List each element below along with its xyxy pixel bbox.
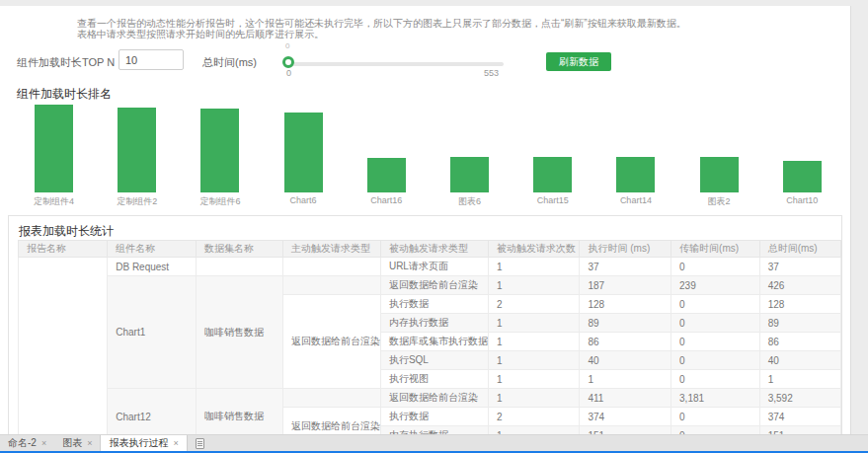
chart-bar-label: 定制组件6 <box>176 195 265 208</box>
table-cell: 咖啡销售数据 <box>197 276 283 389</box>
document-tab[interactable]: 报表执行过程× <box>100 435 187 451</box>
close-tab-icon[interactable]: × <box>173 438 178 448</box>
table-header-row: 报告名称组件名称数据集名称主动触发请求类型被动触发请求类型被动触发请求次数执行时… <box>19 241 841 258</box>
chart-bar <box>533 157 572 192</box>
document-tab-label: 命名-2 <box>8 436 37 450</box>
table-cell: 1 <box>488 258 580 276</box>
chart-bar <box>450 157 489 192</box>
table-cell: 0 <box>671 408 760 426</box>
table-title: 报表加载时长统计 <box>19 223 114 240</box>
chart-bar <box>200 109 239 192</box>
table-cell: 咖啡销售数据 <box>197 389 283 438</box>
table-cell <box>282 276 380 295</box>
table-cell: 3,592 <box>759 389 840 408</box>
table-cell: 数据库或集市执行数据 <box>380 333 488 351</box>
table-cell: 411 <box>580 389 671 408</box>
table-cell: 1 <box>488 276 580 295</box>
load-time-stats-panel: 报表加载时长统计 报告名称组件名称数据集名称主动触发请求类型被动触发请求类型被动… <box>8 215 842 437</box>
component-load-time-bar-chart: 定制组件4定制组件2定制组件6Chart6Chart16图表6Chart15Ch… <box>0 6 851 213</box>
table-cell: 2 <box>488 408 580 426</box>
chart-bar-label: 图表2 <box>674 195 763 208</box>
load-time-stats-table: 报告名称组件名称数据集名称主动触发请求类型被动触发请求类型被动触发请求次数执行时… <box>18 240 841 437</box>
table-cell: 1 <box>488 389 580 408</box>
new-report-icon[interactable] <box>196 438 204 449</box>
table-cell: 0 <box>671 370 760 389</box>
table-cell: 40 <box>580 351 671 370</box>
table-cell: 89 <box>580 314 671 333</box>
chart-bar <box>284 113 323 192</box>
document-tab[interactable]: 命名-2× <box>0 435 54 451</box>
table-cell: 1 <box>759 370 840 389</box>
table-cell: 374 <box>759 408 840 426</box>
table-cell: 374 <box>580 408 671 426</box>
table-cell: 0 <box>671 295 760 314</box>
table-cell <box>282 389 380 408</box>
table-cell: 40 <box>759 351 840 370</box>
chart-bar <box>700 157 739 192</box>
table-cell: 0 <box>671 258 760 276</box>
report-analysis-panel: 查看一个报告的动态性能分析报告时，这个报告可能还未执行完毕，所以下方的图表上只展… <box>0 6 851 434</box>
table-cell: 0 <box>671 314 760 333</box>
table-cell: 执行数据 <box>380 295 488 314</box>
chart-bar-label: Chart16 <box>342 195 431 205</box>
table-column-header: 报告名称 <box>19 241 108 258</box>
table-cell: 3,181 <box>671 389 760 408</box>
table-cell: 426 <box>759 276 840 295</box>
chart-bar <box>616 157 655 192</box>
table-cell: 128 <box>759 295 840 314</box>
chart-bar-label: 定制组件2 <box>93 195 182 208</box>
close-tab-icon[interactable]: × <box>41 438 46 448</box>
app-window: 查看一个报告的动态性能分析报告时，这个报告可能还未执行完毕，所以下方的图表上只展… <box>0 0 868 453</box>
bottom-tab-bar: 命名-2×图表×报表执行过程× <box>0 434 868 451</box>
table-cell <box>282 258 380 276</box>
table-row: Chart12咖啡销售数据返回数据给前台渲染14113,1813,592 <box>19 389 841 408</box>
table-cell: 返回数据给前台渲染 <box>282 295 380 389</box>
table-cell: 执行数据 <box>380 408 488 426</box>
table-column-header: 传输时间(ms) <box>671 241 760 258</box>
table-cell: 1 <box>488 314 580 333</box>
table-column-header: 主动触发请求类型 <box>282 241 380 258</box>
table-cell: 执行SQL <box>380 351 488 370</box>
table-cell: 1 <box>488 333 580 351</box>
table-cell: 返回数据给前台渲染 <box>282 408 380 438</box>
chart-bar-label: 图表6 <box>426 195 514 208</box>
table-column-header: 被动触发请求次数 <box>488 241 580 258</box>
table-column-header: 执行时间 (ms) <box>580 241 671 258</box>
table-cell: 86 <box>580 333 671 351</box>
chart-bar <box>118 108 156 192</box>
table-cell: 内存执行数据 <box>380 314 488 333</box>
table-row: Chart1咖啡销售数据返回数据给前台渲染1187239426 <box>19 276 841 295</box>
table-cell: 返回数据给前台渲染 <box>380 276 488 295</box>
table-cell: 128 <box>580 295 671 314</box>
chart-bar <box>367 158 406 192</box>
table-cell: 执行视图 <box>380 370 488 389</box>
chart-bar <box>35 105 73 192</box>
table-column-header: 总时间(ms) <box>759 241 840 258</box>
table-cell: 1 <box>488 370 580 389</box>
table-cell: 返回数据给前台渲染 <box>380 389 488 408</box>
table-column-header: 数据集名称 <box>197 241 283 258</box>
chart-bar-label: Chart15 <box>509 195 597 205</box>
table-column-header: 组件名称 <box>108 241 197 258</box>
table-cell: 37 <box>580 258 671 276</box>
document-tab[interactable]: 图表× <box>54 435 100 451</box>
table-cell: 86 <box>759 333 840 351</box>
table-cell: URL请求页面 <box>380 258 488 276</box>
chart-bar-label: 定制组件4 <box>10 195 99 208</box>
table-cell: 1 <box>580 370 671 389</box>
table-cell: DB Request <box>108 258 197 276</box>
table-cell: Chart12 <box>108 389 197 438</box>
chart-bar-label: Chart6 <box>259 195 348 205</box>
table-row: DB RequestURL请求页面137037 <box>19 258 841 276</box>
table-cell: 89 <box>759 314 840 333</box>
table-cell <box>19 258 108 438</box>
table-cell: 1 <box>488 351 580 370</box>
table-cell: 239 <box>671 276 760 295</box>
document-tab-label: 图表 <box>62 436 82 450</box>
table-cell: 187 <box>580 276 671 295</box>
chart-bar-label: Chart10 <box>757 195 846 205</box>
close-tab-icon[interactable]: × <box>87 438 92 448</box>
table-column-header: 被动触发请求类型 <box>380 241 488 258</box>
table-cell: 0 <box>671 333 760 351</box>
table-cell: 37 <box>759 258 840 276</box>
